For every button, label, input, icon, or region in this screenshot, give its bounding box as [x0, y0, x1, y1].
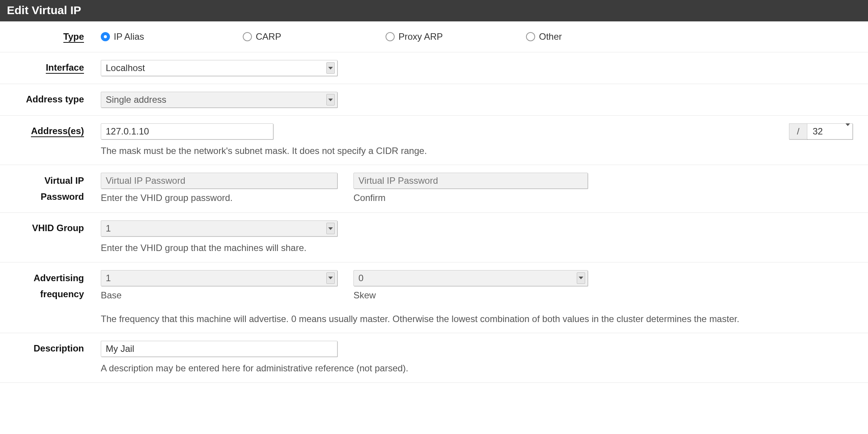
row-vip-password: Virtual IP Password Enter the VHID group…: [0, 165, 868, 213]
radio-carp[interactable]: CARP: [243, 31, 386, 42]
vip-password-input[interactable]: [101, 173, 337, 189]
label-addresses: Address(es): [0, 123, 101, 139]
radio-other[interactable]: Other: [526, 31, 562, 42]
chevron-down-icon: [326, 272, 335, 284]
type-radio-group-wrap: IP Alias CARP Proxy ARP Other: [101, 29, 868, 44]
vhid-value: 1: [106, 223, 111, 234]
advfreq-skew-select[interactable]: 0: [353, 270, 588, 286]
address-line: / 32: [101, 123, 853, 139]
row-description: Description A description may be entered…: [0, 333, 868, 382]
radio-carp-label: CARP: [256, 31, 281, 42]
row-advfreq: Advertising frequency 1 Base 0 Skew The …: [0, 262, 868, 333]
vip-password-confirm-input[interactable]: [353, 173, 588, 189]
label-advfreq: Advertising frequency: [0, 270, 101, 302]
radio-circle-icon: [526, 32, 535, 41]
label-description: Description: [0, 341, 101, 356]
address-type-value: Single address: [106, 94, 166, 105]
address-help: The mask must be the network's subnet ma…: [101, 145, 853, 157]
cidr-slash: /: [789, 123, 807, 139]
advfreq-help: The frequency that this machine will adv…: [101, 313, 853, 325]
row-addresses: Address(es) / 32 The mask must be the ne…: [0, 116, 868, 165]
advfreq-base-label: Base: [101, 290, 337, 301]
vip-password-cols: Enter the VHID group password. Confirm: [101, 173, 853, 203]
radio-ip-alias[interactable]: IP Alias: [101, 31, 243, 42]
address-type-select[interactable]: Single address: [101, 92, 337, 108]
advfreq-skew-label: Skew: [353, 290, 588, 301]
radio-dot-icon: [101, 32, 110, 41]
label-type: Type: [0, 29, 101, 44]
row-vhid: VHID Group 1 Enter the VHID group that t…: [0, 213, 868, 262]
advfreq-base-select[interactable]: 1: [101, 270, 337, 286]
vhid-select[interactable]: 1: [101, 220, 337, 236]
vip-password-confirm-label: Confirm: [353, 193, 588, 203]
label-vip-password: Virtual IP Password: [0, 173, 101, 205]
radio-ip-alias-label: IP Alias: [114, 31, 144, 42]
description-input[interactable]: [101, 341, 337, 357]
cidr-mask-select[interactable]: 32: [807, 123, 853, 139]
description-help: A description may be entered here for ad…: [101, 362, 853, 374]
chevron-down-icon: [577, 272, 585, 284]
label-interface: Interface: [0, 60, 101, 75]
radio-proxy-arp-label: Proxy ARP: [399, 31, 443, 42]
radio-circle-icon: [386, 32, 395, 41]
advfreq-skew-value: 0: [358, 273, 363, 283]
label-vhid: VHID Group: [0, 220, 101, 236]
chevron-down-icon: [326, 62, 335, 74]
panel-title: Edit Virtual IP: [7, 4, 81, 16]
chevron-down-icon: [326, 94, 335, 105]
vip-password-help: Enter the VHID group password.: [101, 193, 337, 203]
interface-select[interactable]: Localhost: [101, 60, 337, 76]
advfreq-base-value: 1: [106, 273, 111, 283]
chevron-down-icon: [845, 126, 850, 137]
radio-proxy-arp[interactable]: Proxy ARP: [386, 31, 526, 42]
radio-circle-icon: [243, 32, 252, 41]
interface-select-value: Localhost: [106, 63, 145, 73]
panel-header: Edit Virtual IP: [0, 0, 868, 21]
radio-other-label: Other: [539, 31, 562, 42]
label-address-type: Address type: [0, 92, 101, 107]
row-type: Type IP Alias CARP Proxy ARP Other: [0, 21, 868, 52]
advfreq-cols: 1 Base 0 Skew: [101, 270, 853, 301]
row-interface: Interface Localhost: [0, 52, 868, 84]
address-input[interactable]: [101, 123, 273, 139]
vhid-help: Enter the VHID group that the machines w…: [101, 242, 853, 254]
chevron-down-icon: [326, 223, 335, 234]
type-radio-group: IP Alias CARP Proxy ARP Other: [101, 29, 853, 44]
cidr-mask-value: 32: [813, 126, 823, 137]
row-address-type: Address type Single address: [0, 84, 868, 116]
